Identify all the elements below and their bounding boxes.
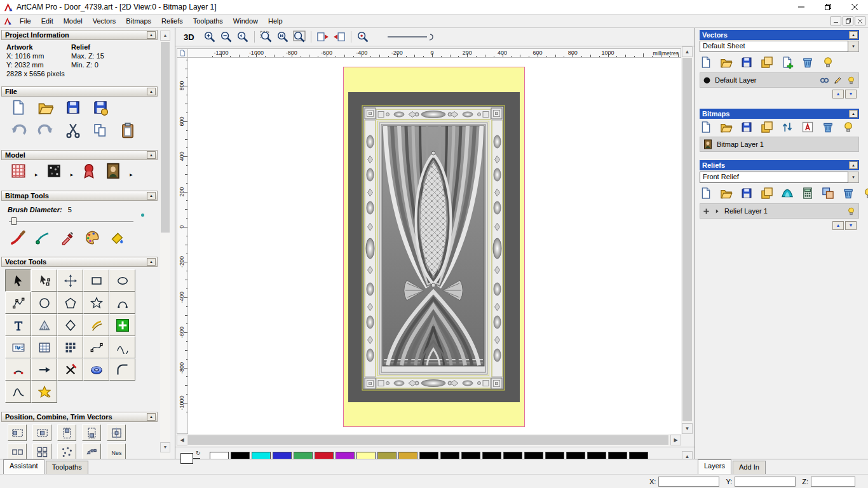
align-bottom-button[interactable] — [82, 424, 101, 441]
create-polyline-button[interactable] — [5, 292, 31, 314]
align-left-button[interactable] — [8, 424, 27, 441]
layer-colour-icon[interactable] — [703, 76, 711, 85]
zoom-1to1-icon[interactable] — [276, 30, 289, 43]
delete-layer-icon[interactable] — [842, 187, 855, 200]
collapse-icon[interactable]: ▲ — [147, 151, 156, 159]
merge-layer-icon[interactable] — [820, 76, 829, 85]
new-layer-icon[interactable] — [781, 56, 794, 69]
save-file-icon[interactable] — [740, 121, 753, 133]
new-page-icon[interactable] — [700, 187, 712, 200]
fit-curve-button[interactable] — [83, 336, 109, 358]
drawing-canvas[interactable] — [188, 58, 681, 434]
ruler-origin-button[interactable] — [177, 48, 188, 58]
zoom-objects-icon[interactable] — [356, 30, 369, 43]
combine-icon[interactable] — [822, 187, 834, 200]
spin-3d-button[interactable] — [83, 358, 109, 381]
scroll-down-icon[interactable]: ▼ — [682, 423, 693, 434]
select-vectors-button[interactable] — [5, 269, 31, 292]
mdi-restore-button[interactable] — [843, 17, 853, 25]
scroll-up-icon[interactable]: ▲ — [682, 46, 693, 57]
trim-vectors-button[interactable] — [57, 358, 83, 381]
block-copy-button[interactable] — [57, 336, 83, 358]
open-file-icon[interactable] — [720, 121, 733, 133]
edit-layer-icon[interactable] — [833, 76, 843, 85]
close-button[interactable] — [841, 0, 868, 14]
collapse-icon[interactable]: ▲ — [147, 192, 156, 200]
swap-layer-icon[interactable] — [781, 121, 794, 133]
flyout-caret-icon[interactable]: ▶ — [35, 172, 38, 177]
load-bitmap-icon[interactable] — [105, 163, 121, 179]
zoom-fit-icon[interactable] — [293, 30, 306, 43]
restore-button[interactable] — [815, 0, 841, 14]
delete-layer-icon[interactable] — [822, 121, 834, 133]
join-close-button[interactable] — [5, 358, 31, 381]
minimize-button[interactable] — [788, 0, 815, 14]
scroll-up-icon[interactable]: ▲ — [160, 30, 170, 41]
brush-diameter-slider[interactable] — [9, 221, 133, 222]
tab-assistant[interactable]: Assistant — [3, 459, 44, 474]
transform-vectors-button[interactable] — [57, 269, 83, 292]
move-layer-up-button[interactable]: ▲ — [832, 221, 844, 230]
create-text-button[interactable] — [5, 314, 31, 336]
node-editing-button[interactable] — [31, 269, 57, 292]
bitmap-layer-row[interactable]: Bitmap Layer 1 — [700, 137, 859, 152]
fillet-button[interactable] — [109, 358, 135, 381]
create-polygon-button[interactable] — [57, 292, 83, 314]
move-layer-down-button[interactable]: ▼ — [845, 221, 857, 230]
collapse-icon[interactable]: ▲ — [147, 31, 156, 39]
palette-icon[interactable] — [85, 230, 100, 245]
chevron-down-icon[interactable]: ▼ — [848, 172, 859, 183]
open-file-icon[interactable] — [720, 187, 733, 200]
undo-icon[interactable] — [10, 122, 27, 139]
block-1-button[interactable] — [8, 444, 27, 459]
y-coordinate-field[interactable] — [735, 477, 796, 487]
menu-bitmaps[interactable]: Bitmaps — [121, 15, 156, 27]
adjust-model-icon[interactable] — [10, 163, 27, 179]
create-rectangle-button[interactable] — [83, 269, 109, 292]
save-copy-icon[interactable] — [92, 99, 109, 116]
menu-reliefs[interactable]: Reliefs — [156, 15, 188, 27]
vertical-scroll-thumb[interactable] — [682, 58, 692, 421]
paste-vector-button[interactable] — [109, 314, 135, 336]
collapse-icon[interactable]: ▲ — [849, 161, 858, 169]
collapse-icon[interactable]: ▲ — [147, 413, 156, 421]
move-layer-down-button[interactable]: ▼ — [845, 90, 857, 98]
chevron-down-icon[interactable]: ▼ — [848, 41, 859, 52]
smooth-polyline-button[interactable] — [109, 336, 135, 358]
create-star-button[interactable] — [83, 292, 109, 314]
scroll-down-icon[interactable]: ▼ — [160, 442, 170, 452]
toggle-visibility-icon[interactable] — [842, 121, 855, 133]
vector-doctor-button[interactable] — [31, 381, 57, 403]
tab-layers[interactable]: Layers — [698, 459, 731, 474]
zoom-out-icon[interactable] — [220, 30, 233, 43]
save-file-icon[interactable] — [740, 56, 753, 69]
relief-3d-icon[interactable] — [781, 187, 794, 200]
canvas-vertical-scrollbar[interactable]: ▲ ▼ — [682, 46, 693, 434]
layer-visible-icon[interactable] — [846, 207, 856, 216]
swap-colours-icon[interactable]: ↻ — [196, 450, 201, 456]
scroll-right-icon[interactable]: ▶ — [670, 435, 681, 445]
text-in-box-button[interactable] — [5, 336, 31, 358]
menu-file[interactable]: File — [15, 15, 36, 27]
paste-icon[interactable] — [119, 122, 136, 139]
block-2-button[interactable] — [32, 444, 51, 459]
relief-layer-row[interactable]: Relief Layer 1 — [700, 203, 859, 219]
copy-icon[interactable] — [92, 122, 109, 139]
nesting-button[interactable]: Nes — [107, 444, 126, 459]
expand-caret-icon[interactable] — [714, 208, 721, 215]
x-coordinate-field[interactable] — [658, 477, 719, 487]
new-model-icon[interactable] — [10, 99, 27, 116]
menu-edit[interactable]: Edit — [36, 15, 58, 27]
brush-slider-thumb[interactable] — [11, 217, 17, 225]
align-top-button[interactable] — [57, 424, 76, 441]
create-arc-button[interactable] — [109, 292, 135, 314]
draw-vector-icon[interactable] — [35, 230, 50, 245]
scroll-left-icon[interactable]: ◀ — [177, 435, 187, 445]
redo-icon[interactable] — [37, 122, 54, 139]
vector-layer-row[interactable]: Default Layer — [700, 72, 859, 88]
collapse-icon[interactable]: ▲ — [849, 31, 858, 39]
adjust-colour-icon[interactable] — [801, 121, 814, 133]
layer-visible-icon[interactable] — [846, 76, 856, 85]
flyout-caret-icon[interactable]: ▶ — [71, 172, 74, 177]
flyout-caret-icon[interactable]: ▶ — [130, 172, 133, 177]
